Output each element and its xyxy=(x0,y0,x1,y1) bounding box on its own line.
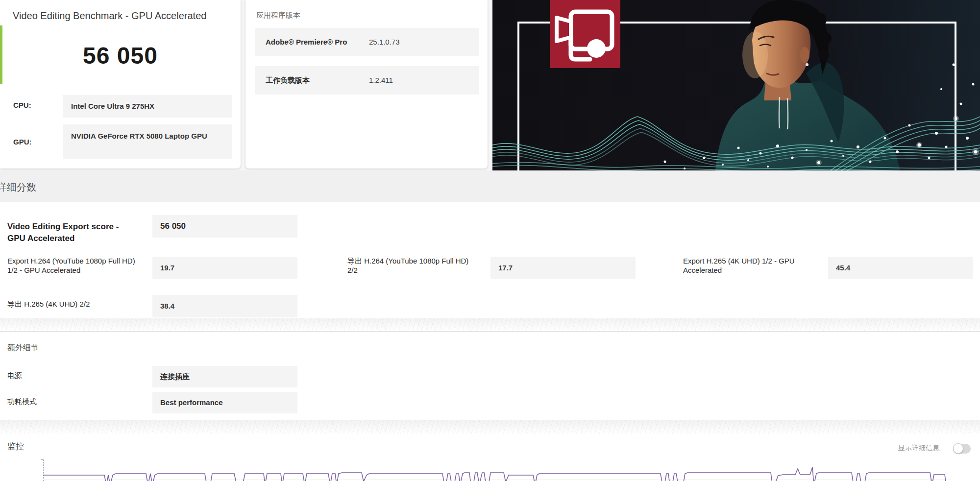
page-title: Video Editing Benchmark - GPU Accelerate… xyxy=(13,10,206,22)
workload-version-row: 工作负载版本 1.2.411 xyxy=(255,66,479,95)
app-name: Adobe® Premiere® Pro xyxy=(266,28,347,56)
score-row-label: 导出 H.265 (4K UHD) 2/2 xyxy=(7,299,164,309)
power-mode-value: Best performance xyxy=(152,392,297,413)
score-row-value: 17.7 xyxy=(490,257,636,279)
detailed-scores-title: 详细分数 xyxy=(0,181,36,194)
benchmark-result-page: Video Editing Benchmark - GPU Accelerate… xyxy=(0,0,980,481)
power-source-label: 电源 xyxy=(7,371,22,381)
video-editing-badge xyxy=(550,0,620,68)
power-source-value: 连接插座 xyxy=(152,366,297,387)
app-versions-card: 应用程序版本 Adobe® Premiere® Pro 25.1.0.73 工作… xyxy=(245,0,488,168)
decorative-texture xyxy=(0,420,980,434)
score-row-value: 19.7 xyxy=(152,257,297,279)
decorative-texture xyxy=(0,318,980,331)
app-version-row: Adobe® Premiere® Pro 25.1.0.73 xyxy=(255,28,479,56)
main-score-label: Video Editing Export score - GPU Acceler… xyxy=(7,221,132,244)
hero-image xyxy=(492,0,980,170)
monitoring-chart xyxy=(0,456,980,481)
score-row-value: 45.4 xyxy=(828,257,973,279)
power-mode-label: 功耗模式 xyxy=(7,397,37,407)
app-versions-title: 应用程序版本 xyxy=(256,11,300,20)
workload-version-label: 工作负载版本 xyxy=(266,66,310,95)
gpu-label: GPU: xyxy=(13,138,32,146)
extra-details-title: 额外细节 xyxy=(7,343,39,353)
score-row-label: 导出 H.264 (YouTube 1080p Full HD) 2/2 xyxy=(347,256,475,275)
show-details-label: 显示详细信息 xyxy=(898,444,939,453)
workload-version-value: 1.2.411 xyxy=(369,66,393,95)
app-version-value: 25.1.0.73 xyxy=(369,28,400,56)
score-row-value: 38.4 xyxy=(152,295,297,317)
cpu-value: Intel Core Ultra 9 275HX xyxy=(63,95,232,118)
detailed-scores-section: Video Editing Export score - GPU Acceler… xyxy=(0,202,980,331)
detailed-scores-band: 详细分数 xyxy=(0,170,980,202)
summary-card: Video Editing Benchmark - GPU Accelerate… xyxy=(0,0,241,168)
monitoring-title: 监控 xyxy=(7,441,24,452)
cpu-label: CPU: xyxy=(13,101,31,109)
show-details-toggle[interactable] xyxy=(953,444,971,454)
score-row-label: Export H.265 (4K UHD) 1/2 - GPU Accelera… xyxy=(683,256,823,275)
monitoring-line-series xyxy=(43,467,946,481)
toggle-knob[interactable] xyxy=(953,443,963,454)
section-divider xyxy=(0,331,980,332)
main-score-value: 56 050 xyxy=(152,215,297,238)
gpu-value: NVIDIA GeForce RTX 5080 Laptop GPU xyxy=(63,124,232,159)
overall-score: 56 050 xyxy=(0,42,241,69)
score-row-label: Export H.264 (YouTube 1080p Full HD) 1/2… xyxy=(7,256,142,275)
